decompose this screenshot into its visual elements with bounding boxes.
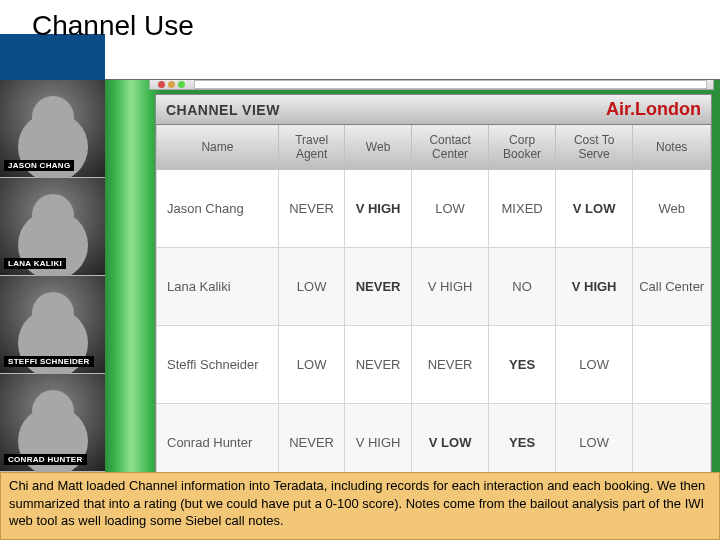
cell-value: V LOW [555,170,633,248]
brand-part-a: Air [606,99,630,119]
person-card[interactable]: STEFFI SCHNEIDER [0,276,105,374]
person-card[interactable]: CONRAD HUNTER [0,374,105,472]
avatar [32,390,74,432]
window-close-icon[interactable] [158,81,165,88]
cell-value [633,326,711,404]
window-zoom-icon[interactable] [178,81,185,88]
cell-value: NO [489,248,555,326]
col-name[interactable]: Name [157,125,279,170]
cell-name: Steffi Schneider [157,326,279,404]
cell-value: NEVER [345,248,411,326]
address-bar[interactable] [194,80,707,89]
col-web[interactable]: Web [345,125,411,170]
cell-value: YES [489,326,555,404]
title-bar: Channel Use [0,0,720,60]
cell-value: Web [633,170,711,248]
table-row[interactable]: Lana KalikiLOWNEVERV HIGHNOV HIGHCall Ce… [157,248,711,326]
cell-name: Lana Kaliki [157,248,279,326]
cell-name: Conrad Hunter [157,404,279,482]
avatar [32,292,74,334]
col-travel-agent[interactable]: Travel Agent [278,125,344,170]
person-card[interactable]: LANA KALIKI [0,178,105,276]
footer-note: Chi and Matt loaded Channel information … [0,472,720,540]
cell-value [633,404,711,482]
panel-title: CHANNEL VIEW [166,102,280,118]
cell-value: V HIGH [555,248,633,326]
col-cost-to-serve[interactable]: Cost To Serve [555,125,633,170]
window-minimize-icon[interactable] [168,81,175,88]
person-card[interactable]: JASON CHANG [0,80,105,178]
channel-table: Name Travel Agent Web Contact Center Cor… [156,125,711,482]
table-row[interactable]: Jason ChangNEVERV HIGHLOWMIXEDV LOWWeb [157,170,711,248]
avatar [32,96,74,138]
cell-value: LOW [411,170,489,248]
cell-value: V HIGH [345,170,411,248]
main-area: JASON CHANG LANA KALIKI STEFFI SCHNEIDER… [0,80,720,472]
brand-part-b: London [635,99,701,119]
cell-value: LOW [555,326,633,404]
table-head: Name Travel Agent Web Contact Center Cor… [157,125,711,170]
people-sidebar: JASON CHANG LANA KALIKI STEFFI SCHNEIDER… [0,80,105,472]
cell-value: NEVER [411,326,489,404]
col-notes[interactable]: Notes [633,125,711,170]
col-corp-booker[interactable]: Corp Booker [489,125,555,170]
cell-value: V HIGH [411,248,489,326]
cell-value: LOW [278,326,344,404]
table-body: Jason ChangNEVERV HIGHLOWMIXEDV LOWWebLa… [157,170,711,482]
cell-value: NEVER [345,326,411,404]
cell-value: NEVER [278,404,344,482]
cell-name: Jason Chang [157,170,279,248]
person-tag: LANA KALIKI [4,258,66,269]
cell-value: LOW [278,248,344,326]
cell-value: NEVER [278,170,344,248]
person-tag: CONRAD HUNTER [4,454,87,465]
cell-value: LOW [555,404,633,482]
cell-value: Call Center [633,248,711,326]
col-contact-center[interactable]: Contact Center [411,125,489,170]
table-row[interactable]: Steffi SchneiderLOWNEVERNEVERYESLOW [157,326,711,404]
person-tag: STEFFI SCHNEIDER [4,356,94,367]
content-area: CHANNEL VIEW Air.London Name Travel Agen… [105,80,720,472]
person-tag: JASON CHANG [4,160,74,171]
avatar [32,194,74,236]
page-title: Channel Use [32,10,194,42]
channel-panel: CHANNEL VIEW Air.London Name Travel Agen… [155,94,712,483]
cell-value: V LOW [411,404,489,482]
browser-chrome [149,80,714,90]
cell-value: V HIGH [345,404,411,482]
cell-value: YES [489,404,555,482]
brand-logo: Air.London [606,99,701,120]
panel-header: CHANNEL VIEW Air.London [156,95,711,125]
cell-value: MIXED [489,170,555,248]
table-row[interactable]: Conrad HunterNEVERV HIGHV LOWYESLOW [157,404,711,482]
